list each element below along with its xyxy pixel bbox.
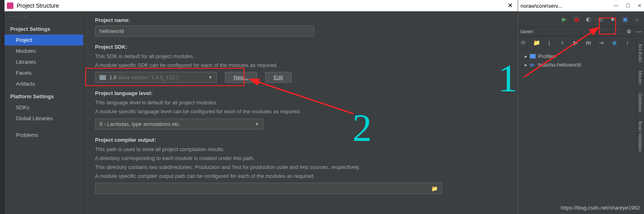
side-tab-database[interactable]: Database xyxy=(636,90,644,115)
folder-icon xyxy=(530,54,536,58)
generate-sources-icon[interactable]: 📁 xyxy=(533,39,540,46)
sidebar-item-sdks[interactable]: SDKs xyxy=(4,102,83,113)
compiler-output-desc2: A directory corresponding to each module… xyxy=(95,154,506,162)
run-icon[interactable]: ▶ xyxy=(560,15,568,23)
maven-profiles-node[interactable]: ▸ Profiles xyxy=(522,52,640,61)
close-button[interactable]: ✕ xyxy=(505,2,515,9)
download-icon[interactable]: ⭳ xyxy=(546,39,553,46)
settings-icon[interactable]: ⚙ xyxy=(627,28,631,35)
language-level-label: Project language level: xyxy=(95,90,506,96)
debug-icon[interactable]: 🐞 xyxy=(573,15,580,23)
sidebar-item-global-libraries[interactable]: Global Libraries xyxy=(4,113,83,124)
win-close-icon[interactable]: ✕ xyxy=(638,3,642,9)
dialog-titlebar: Project Structure ✕ xyxy=(4,0,518,11)
compiler-output-input[interactable]: 📁 xyxy=(95,183,442,194)
bg-window-path: noraw\core\serv... xyxy=(521,3,562,9)
chevron-down-icon: ▼ xyxy=(208,75,212,80)
compiler-output-desc1: This path is used to store all project c… xyxy=(95,145,506,153)
stop-icon[interactable]: ■ xyxy=(609,15,616,23)
browse-folder-icon[interactable]: 📁 xyxy=(431,186,438,192)
maven-project-node[interactable]: ▸ m huazhu-helloworld xyxy=(522,61,640,69)
background-ide: noraw\core\serv... — ☐ ✕ ▶ 🐞 ◐ ◎ ■ ▣ ⌕ l… xyxy=(518,0,644,214)
window-controls: — ☐ ✕ xyxy=(614,3,642,9)
side-tab-maven[interactable]: Maven xyxy=(636,67,644,87)
show-deps-icon[interactable]: ◉ xyxy=(611,39,618,46)
right-side-tabs: Ant Build Maven Database Bean Validation xyxy=(636,41,644,155)
dialog-sidebar: ← → Project Settings Project Modules Lib… xyxy=(4,11,84,214)
project-sdk-desc2: A module specific SDK can be configured … xyxy=(95,61,506,69)
chevron-down-icon: ▼ xyxy=(255,122,259,126)
dialog-content: Project name: Project SDK: This SDK is d… xyxy=(84,11,518,214)
sidebar-item-project[interactable]: Project xyxy=(4,35,83,45)
profiler-icon[interactable]: ◎ xyxy=(597,15,604,23)
run-maven-icon[interactable]: ▶ xyxy=(572,39,579,46)
project-structure-dialog: Project Structure ✕ ← → Project Settings… xyxy=(4,0,518,214)
sidebar-item-modules[interactable]: Modules xyxy=(4,45,83,56)
nav-back-icon[interactable]: ← xyxy=(9,13,14,19)
maven-tree: ▸ Profiles ▸ m huazhu-helloworld xyxy=(518,49,644,72)
edit-sdk-button[interactable]: Edit xyxy=(265,72,292,83)
coverage-icon[interactable]: ◐ xyxy=(585,15,592,23)
project-sdk-desc1: This SDK is default for all project modu… xyxy=(95,52,506,61)
reimport-icon[interactable]: ⟳ xyxy=(520,39,527,46)
nav-forward-icon[interactable]: → xyxy=(21,13,26,19)
maven-panel-title: laven xyxy=(521,28,533,35)
nav-arrows: ← → xyxy=(4,11,83,22)
project-name-label: Project name: xyxy=(95,17,506,23)
sidebar-item-facets[interactable]: Facets xyxy=(4,67,83,78)
language-level-desc2: A module specific language level can be … xyxy=(95,108,506,116)
maven-toolbar: ⟳ 📁 ⭳ + ▶ m ⇥ ◉ ↕ xyxy=(518,37,644,49)
main-toolbar: ▶ 🐞 ◐ ◎ ■ ▣ ⌕ xyxy=(518,11,644,27)
left-gutter xyxy=(0,0,4,214)
bg-titlebar: noraw\core\serv... — ☐ ✕ xyxy=(518,0,644,11)
sidebar-item-libraries[interactable]: Libraries xyxy=(4,56,83,67)
collapse-icon[interactable]: ↕ xyxy=(624,39,631,46)
project-sdk-dropdown[interactable]: 1.8 (java version "1.8.0_131") ▼ xyxy=(95,72,217,83)
watermark: https://blog.csdn.net/shareye1992 xyxy=(561,205,640,211)
project-name-input[interactable] xyxy=(95,26,314,37)
side-tab-ant[interactable]: Ant Build xyxy=(636,41,644,65)
new-sdk-button[interactable]: New... xyxy=(225,72,257,83)
maven-panel-header: laven ⚙ — xyxy=(518,27,644,37)
compiler-output-desc3: This directory contains two subdirectori… xyxy=(95,163,506,171)
language-level-dropdown[interactable]: 8 - Lambdas, type annotations etc. ▼ xyxy=(95,119,264,130)
sidebar-item-problems[interactable]: Problems xyxy=(4,130,83,141)
minimize-icon[interactable]: — xyxy=(614,3,618,9)
maven-m-icon[interactable]: m xyxy=(585,39,592,46)
side-tab-bean-validation[interactable]: Bean Validation xyxy=(636,118,644,155)
maximize-icon[interactable]: ☐ xyxy=(626,3,630,9)
sdk-folder-icon xyxy=(99,75,106,80)
intellij-icon xyxy=(7,2,13,9)
compiler-output-desc4: A module specific compiler output path c… xyxy=(95,172,506,180)
search-everywhere-icon[interactable]: ⌕ xyxy=(633,15,641,23)
sidebar-section-project-settings: Project Settings xyxy=(4,22,83,35)
sidebar-item-artifacts[interactable]: Artifacts xyxy=(4,78,83,89)
chevron-right-icon: ▸ xyxy=(525,53,527,59)
add-icon[interactable]: + xyxy=(559,39,566,46)
chevron-right-icon: ▸ xyxy=(525,62,527,68)
project-structure-icon[interactable]: ▣ xyxy=(621,15,629,23)
compiler-output-label: Project compiler output: xyxy=(95,137,506,143)
dialog-title: Project Structure xyxy=(17,2,505,9)
toggle-offline-icon[interactable]: ⇥ xyxy=(598,39,605,46)
maven-module-icon: m xyxy=(530,62,536,68)
hide-panel-icon[interactable]: — xyxy=(636,28,642,35)
sidebar-section-platform-settings: Platform Settings xyxy=(4,89,83,102)
language-level-desc1: This language level is default for all p… xyxy=(95,99,506,107)
project-sdk-label: Project SDK: xyxy=(95,44,506,50)
